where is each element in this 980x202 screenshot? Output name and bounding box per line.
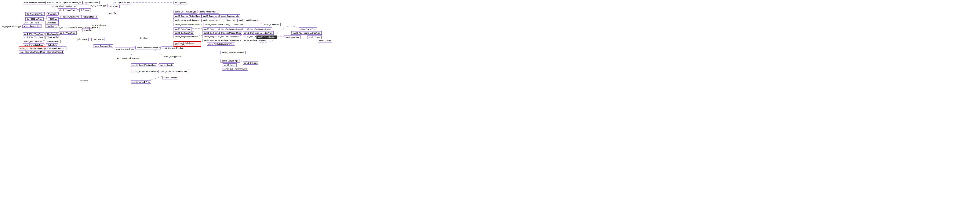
node-c14n-1[interactable]: c14n_InclusiveNamespaces xyxy=(23,1,49,5)
node-wsse-embedded[interactable]: wsse_Embedded xyxy=(23,21,40,25)
node-saml2-subjectconfirmationdata[interactable]: saml2_SubjectConfirmationData xyxy=(158,70,188,73)
node-saml2-encryptedelementtype[interactable]: saml2_EncryptedElementType xyxy=(135,46,164,49)
node-saml2-baseid[interactable]: saml2_BaselD xyxy=(159,63,174,67)
node-cipherdata[interactable]: CipherData xyxy=(46,43,59,47)
node-saml2-encryptedid[interactable]: saml2_EncryptedID xyxy=(163,55,182,58)
node-ds-signaturemethodtype[interactable]: ds_SignatureMethodType xyxy=(58,1,83,5)
node-saml2-actiontype[interactable]: saml2_ActionType xyxy=(173,27,192,31)
node-saml2-subjectconfirmation[interactable]: saml2_SubjectConfirmation xyxy=(222,67,248,71)
node-wenc-encryptionmethodtype[interactable]: wenc_EncryptionMethodType xyxy=(19,50,46,54)
node-ds-dsakeyvaluetype[interactable]: ds_DSAKeyValueType xyxy=(23,32,45,36)
node-ds-keyvaluetype[interactable]: ds_KeyValueType xyxy=(59,31,76,35)
node-saml2-encryptedassertion[interactable]: saml2_EncryptedAssertion xyxy=(221,51,246,54)
node-saml2-conditionstype2[interactable]: saml2_ConditionsType xyxy=(237,19,259,22)
node-ds-signaturetype[interactable]: ds_SignatureType xyxy=(113,1,131,5)
node-union-attributestatementtype[interactable]: union_AttributeStatementType xyxy=(207,42,235,46)
node-xenc-cipherdatatype[interactable]: xenc_CipherDataType xyxy=(23,43,44,47)
label-condition: Condition xyxy=(140,37,148,39)
node-ds-rsakeyvaluetype[interactable]: ds_RSAKeyValueType xyxy=(23,35,45,39)
node-saml2-authzdecisionstatement[interactable]: saml2_AuthzDecisionStatement xyxy=(243,27,272,31)
node-referencelist[interactable]: ReferenceList xyxy=(46,40,60,43)
node-keyinfo[interactable]: KeyInfo xyxy=(108,12,117,15)
node-saml2-advicetype2[interactable]: saml2_AdviceType xyxy=(303,31,322,35)
node-samc-referencelist[interactable]: samc_ReferenceList xyxy=(23,40,43,44)
connection-lines xyxy=(0,0,980,202)
node-saml2-conditionabstracttype[interactable]: saml2_ConditionAbstractType xyxy=(173,14,202,18)
node-saml2-statementabstracttype[interactable]: saml2_StatementAbstractType xyxy=(214,31,242,35)
node-ds-digestmethodtype[interactable]: ds_DigestMethodType xyxy=(1,25,23,28)
node-saml2-subjecttype[interactable]: saml2_SubjectType xyxy=(221,59,240,63)
node-saml2-onetimeuse[interactable]: saml2_OneTimeUse xyxy=(199,10,219,14)
node-xenc-encrypteddatatype[interactable]: xenc_EncryptedDataType xyxy=(116,57,140,60)
node-ds-keyinfotype[interactable]: ds_KeyInfoType xyxy=(91,24,107,27)
node-xenc-keyno[interactable]: xenc_KeyNo xyxy=(91,38,105,41)
node-ds-retrievalmethodtype[interactable]: ds_RetrievalMethodType xyxy=(58,15,82,19)
node-saml2-evidencetype[interactable]: saml2_EvidenceType xyxy=(173,31,194,35)
node-ds-signature[interactable]: ds_Signature xyxy=(173,1,187,5)
node-retrievalmethod[interactable]: RetrievalMethod xyxy=(81,15,98,19)
node-saml2-authnstatementtype[interactable]: saml2_AuthnStatementType xyxy=(214,35,240,38)
node-saml2-audiencerestrictiontype[interactable]: saml2_AudienceRestrictionType xyxy=(173,23,204,26)
node-saml2-encryptedattribute[interactable]: saml2_EncryptedAttribute xyxy=(161,46,185,50)
node-saml2-issuer[interactable]: saml2_Issuer xyxy=(223,63,237,67)
node-saml2-advice2[interactable]: saml2_Advice xyxy=(318,39,332,43)
node-ds-referencetype[interactable]: ds_ReferenceType xyxy=(58,8,77,12)
node-dsakeyvalue[interactable]: DSAKeyValue xyxy=(46,32,60,36)
node-saml2-proxyrestrictiontype[interactable]: saml2_ProxyRestrictionType xyxy=(173,19,200,22)
node-saml2-baseidabstracttype[interactable]: saml2_BaseIDAbstractType xyxy=(131,63,157,67)
diagram-container: ds_DigestMethodType DigestMethod c14n_In… xyxy=(0,0,980,202)
node-saml2-attributestatementtype[interactable]: saml2_AttributeStatementType xyxy=(214,39,242,42)
node-reference[interactable]: Reference xyxy=(80,8,91,12)
node-xenc-encryptedkey[interactable]: xenc_EncryptedKey xyxy=(94,44,113,48)
node-x509data1[interactable]: X509Data xyxy=(48,17,59,21)
node-union-assertiontype[interactable]: union_AssertionType xyxy=(253,31,274,35)
node-xenc-encrypteddata[interactable]: xenc_EncryptedData xyxy=(115,47,135,51)
node-saml2-nameid[interactable]: saml2_NameID xyxy=(162,76,178,79)
node-rsakeyvalue[interactable]: RSAKeyValue xyxy=(46,35,60,39)
node-wenc-encryptionpropertiestype[interactable]: wenc_EncryptionPropertiesType xyxy=(19,46,49,50)
node-saml2-onetimeusetype[interactable]: saml2_OneTimeUseType xyxy=(173,10,197,14)
node-saml2-conditions[interactable]: saml2_Conditions xyxy=(263,23,281,26)
node-encryptionproperties[interactable]: EncryptionProperties xyxy=(46,46,67,50)
node-saml2-nameidtype[interactable]: saml2_NameIDType xyxy=(131,80,151,84)
node-saml2-subjectlocalitytype[interactable]: saml2_SubjectLocalityType xyxy=(173,35,199,38)
node-saml2-advice[interactable]: saml2_Advice xyxy=(307,35,322,39)
node-ds-transformstype[interactable]: ds_TransformsType xyxy=(25,12,45,16)
node-union-advicetype[interactable]: union_AdviceType xyxy=(299,27,317,31)
node-saml2-assertion[interactable]: saml2_Assertion xyxy=(284,35,301,39)
node-ds-signedinfotype[interactable]: ds_SignedInfoType xyxy=(89,4,108,7)
node-signedinfo[interactable]: SignedInfo xyxy=(108,5,119,8)
node-ds-x509datatype[interactable]: ds_X509DataType xyxy=(25,17,44,21)
node-embedded[interactable]: Embedded xyxy=(46,21,57,25)
node-saml2-union-conditionnote[interactable]: saml2_union_ConditionNote xyxy=(214,14,240,18)
node-saml2-attributestatementtype2[interactable]: saml2_AttributeStatement StatementType xyxy=(173,41,201,47)
node-saml2-conditionstype[interactable]: saml2_ConditionsType xyxy=(214,19,236,22)
node-union-conditionstype[interactable]: union_ConditionsType xyxy=(223,23,244,26)
node-canonicalizationmethodtype[interactable]: CanonicalizationMethodType xyxy=(51,5,78,8)
node-saml2-authzdecisionstatementtype[interactable]: saml2_AuthzDecisionStatementType xyxy=(214,27,247,31)
node-ds-keyno[interactable]: ds_KeyNo xyxy=(77,38,89,41)
node-transforms1[interactable]: Transforms xyxy=(46,12,59,16)
node-keyvalue[interactable]: KeyValue xyxy=(83,28,93,32)
node-encryptionmethod[interactable]: EncryptionMethod xyxy=(46,50,64,54)
label-reference: Reference xyxy=(80,80,89,82)
node-saml2-subjectconfirmationtype[interactable]: saml2_SubjectConfirmationType xyxy=(131,70,161,73)
node-wsse-keyidentifier[interactable]: wsse_KeyIdentifier xyxy=(23,24,41,28)
node-saml2-assertiontype[interactable]: saml2_AssertionType xyxy=(256,35,277,39)
node-saml2-subject[interactable]: saml2_Subject xyxy=(243,61,258,65)
node-saml2-attributestatement[interactable]: saml2_AttributeStatement xyxy=(243,39,267,42)
